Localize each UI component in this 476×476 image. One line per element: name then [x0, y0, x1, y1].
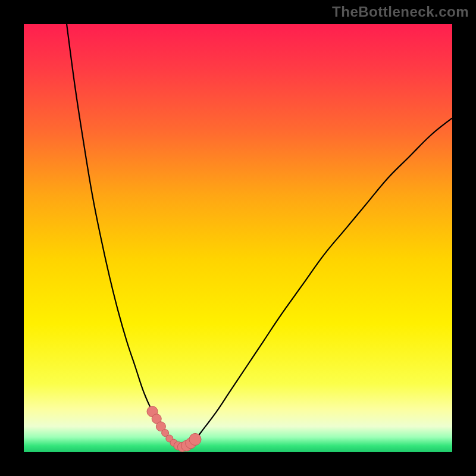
plot-area [24, 24, 452, 452]
watermark-label: TheBottleneck.com [332, 4, 469, 20]
chart-frame: TheBottleneck.com [0, 0, 476, 476]
gradient-background [24, 24, 452, 452]
marker-dot [189, 433, 201, 445]
plot-svg [24, 24, 452, 452]
